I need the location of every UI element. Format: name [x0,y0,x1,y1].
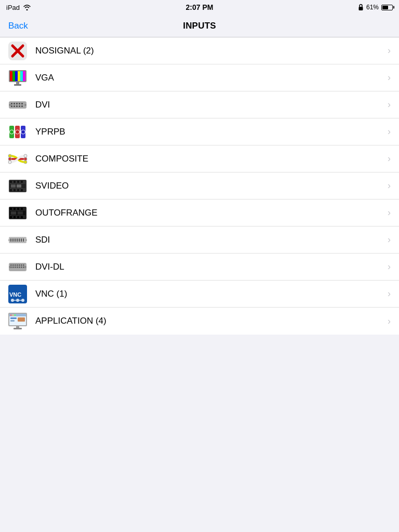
sdi-label: SDI [35,235,383,245]
dvi-icon [6,94,29,116]
svg-rect-104 [10,320,15,322]
svg-rect-0 [358,7,363,10]
list-item-vga[interactable]: VGA › [0,64,399,91]
application-label: APPLICATION (4) [35,316,383,326]
chevron-icon: › [388,234,391,245]
svg-rect-107 [14,328,22,329]
status-right: 61% [358,4,393,11]
svg-rect-74 [10,264,12,266]
svg-rect-23 [19,105,20,107]
svg-rect-87 [23,267,24,268]
svg-rect-13 [14,84,21,86]
svg-point-37 [24,157,27,161]
svg-text:VNC: VNC [9,291,21,298]
list-item-composite[interactable]: COMPOSITE › [0,145,399,172]
status-left: iPad [6,4,31,11]
svg-rect-50 [17,184,21,188]
chevron-icon: › [388,72,391,83]
svg-rect-22 [16,105,18,107]
svg-rect-65 [12,238,14,242]
svg-rect-45 [14,189,16,191]
outofrange-label: OUTOFRANGE [35,208,383,218]
vga-label: VGA [35,73,383,83]
back-button[interactable]: Back [8,21,28,31]
chevron-icon: › [388,316,391,327]
svg-rect-62 [18,211,23,215]
yprpb-icon [6,121,29,143]
svg-rect-57 [14,216,16,218]
svg-rect-70 [23,238,24,242]
svg-rect-69 [21,238,22,242]
list-item-dvi[interactable]: DVI › [0,91,399,118]
svg-point-33 [8,154,11,157]
list-item-application[interactable]: APPLICATION (4) › [0,308,399,335]
svg-point-28 [10,130,14,134]
chevron-icon: › [388,45,391,56]
svg-rect-12 [16,82,19,84]
svg-rect-9 [18,71,20,81]
list-item-outofrange[interactable]: OUTOFRANGE › [0,200,399,227]
svg-rect-75 [12,264,14,266]
svg-rect-16 [14,103,15,104]
svg-rect-44 [10,189,12,191]
svg-rect-40 [10,181,12,183]
svg-point-88 [9,266,11,268]
wifi-icon [23,4,31,10]
list-item-dvidl[interactable]: DVI-DL › [0,254,399,281]
svg-rect-58 [17,216,19,218]
svg-point-71 [8,239,10,241]
svg-rect-105 [18,317,25,322]
svg-rect-80 [23,264,24,266]
svg-rect-6 [10,71,12,81]
svg-rect-14 [9,101,26,109]
svg-rect-47 [21,189,23,191]
list-item-svideo[interactable]: SVIDEO › [0,172,399,200]
svg-rect-15 [11,103,12,104]
svg-rect-106 [16,326,19,328]
svg-rect-82 [12,267,14,268]
svg-point-30 [16,130,20,134]
svg-rect-83 [15,267,16,268]
svg-point-25 [9,104,11,106]
list-item-vnc[interactable]: VNC VNC (1) › [0,281,399,308]
svg-rect-78 [19,264,20,266]
carrier-label: iPad [6,4,20,11]
svg-rect-84 [17,267,18,268]
chevron-icon: › [388,126,391,137]
status-bar: iPad 2:07 PM 61% [0,0,399,15]
chevron-icon: › [388,288,391,299]
chevron-icon: › [388,180,391,191]
svideo-label: SVIDEO [35,181,383,191]
svg-rect-7 [12,71,15,81]
page-title: INPUTS [183,21,216,31]
svg-point-100 [10,314,12,316]
svg-rect-68 [19,238,20,242]
svg-rect-55 [21,208,23,210]
svg-rect-17 [16,103,18,104]
svg-rect-41 [14,181,16,183]
list-item-nosignal[interactable]: NOSIGNAL (2) › [0,37,399,64]
sdi-icon [6,229,29,251]
chevron-icon: › [388,99,391,110]
svg-rect-77 [17,264,18,266]
svg-rect-10 [20,71,23,81]
svg-point-72 [25,239,27,241]
status-time: 2:07 PM [186,3,214,11]
svg-rect-53 [14,208,16,210]
yprpb-label: YPRPB [35,127,383,137]
svg-rect-52 [10,208,12,210]
composite-icon [6,148,29,170]
battery-percent: 61% [366,4,379,11]
application-icon [6,310,29,332]
svg-rect-59 [21,216,23,218]
svg-rect-20 [11,105,12,107]
lock-icon [358,4,364,11]
list-item-yprpb[interactable]: YPRPB › [0,118,399,145]
outofrange-icon [6,202,29,224]
svg-rect-56 [10,216,12,218]
svg-rect-43 [21,181,23,183]
svg-point-38 [24,154,27,157]
dvi-label: DVI [35,100,383,110]
list-item-sdi[interactable]: SDI › [0,227,399,254]
vnc-icon: VNC [6,283,29,305]
